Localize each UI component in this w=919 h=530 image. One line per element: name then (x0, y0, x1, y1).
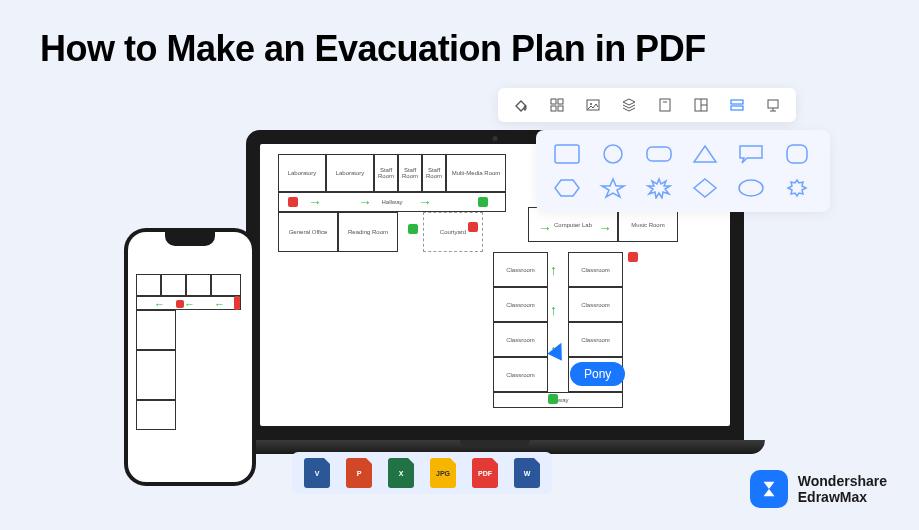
export-formats: V P X JPG PDF W (292, 452, 552, 494)
svg-point-17 (604, 145, 622, 163)
room: Laboratory (278, 154, 326, 192)
room: Classroom (493, 287, 548, 322)
presentation-icon[interactable] (764, 96, 782, 114)
room (136, 400, 176, 430)
exit-arrow-icon: → (418, 194, 432, 210)
room: Classroom (568, 252, 623, 287)
shape-ellipse[interactable] (736, 176, 766, 200)
exit-arrow-icon: ← (154, 298, 165, 310)
format-powerpoint[interactable]: P (346, 458, 372, 488)
exit-arrow-icon: ← (184, 298, 195, 310)
fire-icon (628, 252, 638, 262)
svg-rect-13 (768, 100, 778, 108)
room: Multi-Media Room (446, 154, 506, 192)
shape-rounded-rect[interactable] (644, 142, 674, 166)
shape-burst[interactable] (644, 176, 674, 200)
room: Courtyard (423, 212, 483, 252)
format-excel[interactable]: X (388, 458, 414, 488)
exit-arrow-icon: → (358, 194, 372, 210)
svg-rect-19 (787, 145, 807, 163)
room: Music Room (618, 207, 678, 242)
room (161, 274, 186, 296)
room (136, 274, 161, 296)
exit-sign-icon (478, 197, 488, 207)
grid-icon[interactable] (548, 96, 566, 114)
page-icon[interactable] (656, 96, 674, 114)
svg-point-5 (590, 103, 592, 105)
extinguisher-icon (234, 296, 240, 310)
exit-arrow-icon: → (308, 194, 322, 210)
svg-rect-1 (558, 99, 563, 104)
exit-arrow-icon: ↑ (550, 262, 557, 278)
shape-callout[interactable] (736, 142, 766, 166)
room: Hallway (493, 392, 623, 408)
brand-logo: Wondershare EdrawMax (750, 470, 887, 508)
svg-rect-6 (660, 99, 670, 111)
svg-rect-11 (731, 100, 743, 104)
exit-sign-icon (548, 394, 558, 404)
shape-circle[interactable] (598, 142, 628, 166)
room: Classroom (493, 252, 548, 287)
layout-icon[interactable] (692, 96, 710, 114)
room: Staff Room (374, 154, 398, 192)
shape-triangle[interactable] (690, 142, 720, 166)
fill-bucket-icon[interactable] (512, 96, 530, 114)
shape-hexagon[interactable] (552, 176, 582, 200)
room (186, 274, 211, 296)
laptop-camera-icon (493, 136, 498, 141)
room: Reading Room (338, 212, 398, 252)
room: Classroom (568, 287, 623, 322)
room: Classroom (568, 322, 623, 357)
phone-notch (165, 232, 215, 246)
exit-arrow-icon: → (538, 220, 552, 236)
room: General Office (278, 212, 338, 252)
exit-arrow-icon: ← (214, 298, 225, 310)
room: Classroom (493, 357, 548, 392)
room: Staff Room (398, 154, 422, 192)
room (136, 310, 176, 350)
toolbar (498, 88, 796, 122)
shape-rectangle[interactable] (552, 142, 582, 166)
shape-diamond[interactable] (690, 176, 720, 200)
shape-gear[interactable] (782, 176, 812, 200)
fire-icon (176, 300, 184, 308)
svg-rect-2 (551, 106, 556, 111)
exit-arrow-icon: → (598, 220, 612, 236)
page-title: How to Make an Evacuation Plan in PDF (40, 28, 706, 70)
fire-icon (288, 197, 298, 207)
cursor-user-label: Pony (570, 362, 625, 386)
format-jpg[interactable]: JPG (430, 458, 456, 488)
format-word[interactable]: W (514, 458, 540, 488)
phone-mockup: ← ← ← (124, 228, 256, 486)
exit-arrow-icon: ↑ (550, 302, 557, 318)
brand-line1: Wondershare (798, 473, 887, 489)
shape-rounded-square[interactable] (782, 142, 812, 166)
format-visio[interactable]: V (304, 458, 330, 488)
edrawmax-icon (750, 470, 788, 508)
svg-rect-16 (555, 145, 579, 163)
format-pdf[interactable]: PDF (472, 458, 498, 488)
fire-icon (468, 222, 478, 232)
brand-line2: EdrawMax (798, 489, 887, 505)
svg-point-20 (739, 180, 763, 196)
svg-rect-12 (731, 106, 743, 110)
image-icon[interactable] (584, 96, 602, 114)
storage-icon[interactable] (728, 96, 746, 114)
room (136, 350, 176, 400)
layers-icon[interactable] (620, 96, 638, 114)
svg-rect-18 (647, 147, 671, 161)
shapes-panel (536, 130, 830, 212)
svg-rect-3 (558, 106, 563, 111)
svg-rect-0 (551, 99, 556, 104)
floorplan-mobile[interactable]: ← ← ← (134, 254, 246, 472)
room (211, 274, 241, 296)
room: Laboratory (326, 154, 374, 192)
shape-star[interactable] (598, 176, 628, 200)
exit-sign-icon (408, 224, 418, 234)
room: Staff Room (422, 154, 446, 192)
room: Classroom (493, 322, 548, 357)
